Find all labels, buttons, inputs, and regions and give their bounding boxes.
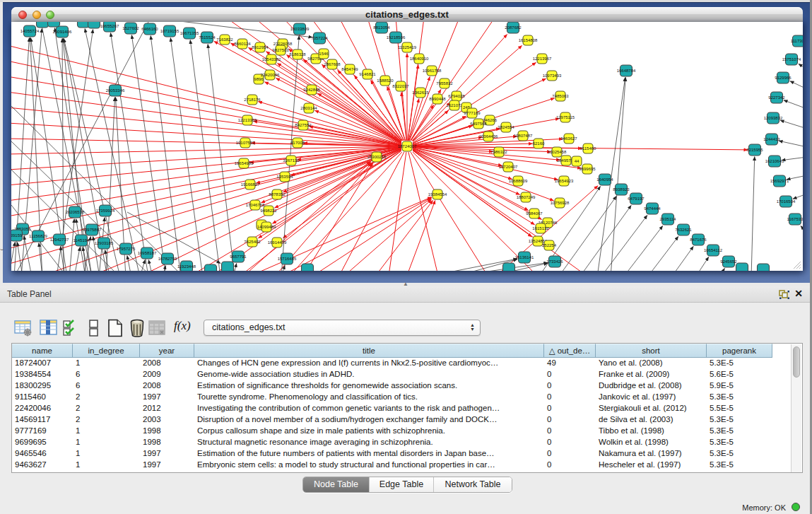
table-cell: Estimation of the future numbers of pati… bbox=[194, 448, 544, 460]
table-row[interactable]: 977716911998Corpus callosum shape and si… bbox=[12, 426, 772, 437]
screen: citations_edges.txt 14055724200914061065… bbox=[0, 0, 812, 514]
table-row[interactable]: 2242004622012Investigating the contribut… bbox=[12, 403, 772, 414]
graph-node[interactable] bbox=[302, 264, 314, 271]
graph-node-label: 8660124 bbox=[234, 42, 251, 46]
graph-node[interactable] bbox=[88, 22, 100, 28]
merge-rows-icon[interactable] bbox=[85, 319, 103, 337]
table-cell: Corpus callosum shape and size in male p… bbox=[194, 426, 544, 437]
table-row[interactable]: 1830029562008Estimation of significance … bbox=[12, 380, 772, 392]
network-canvas[interactable]: 1405572420091406106552671527602646616010… bbox=[11, 22, 803, 271]
graph-node[interactable] bbox=[48, 22, 60, 27]
graph-edge bbox=[408, 65, 418, 141]
graph-edge bbox=[793, 194, 803, 199]
graph-edge bbox=[411, 152, 488, 271]
column-header-year[interactable]: year bbox=[140, 344, 194, 358]
graph-node-label: 12093832 bbox=[764, 116, 783, 120]
graph-node-label: 12213967 bbox=[533, 57, 552, 61]
table-cell: de Silva et al. (2003) bbox=[596, 414, 707, 426]
resize-grip-icon[interactable] bbox=[793, 261, 801, 269]
table-cell: 9777169 bbox=[12, 426, 73, 437]
graph-node[interactable] bbox=[205, 264, 217, 271]
graph-node-label: 16648784 bbox=[617, 69, 636, 73]
table-settings-icon[interactable] bbox=[14, 319, 33, 337]
graph-edge bbox=[406, 201, 435, 271]
network-window-frame: citations_edges.txt 14055724200914061065… bbox=[3, 2, 810, 283]
graph-node[interactable] bbox=[736, 263, 748, 271]
graph-node-label: 1244413 bbox=[763, 137, 780, 141]
graph-node-label: 14099489 bbox=[257, 225, 276, 229]
graph-node-label: 93975867 bbox=[83, 228, 102, 232]
graph-node-label: 8471676 bbox=[690, 238, 707, 242]
graph-node[interactable] bbox=[222, 262, 234, 271]
window-titlebar[interactable]: citations_edges.txt bbox=[11, 7, 803, 23]
table-cell: Embryonic stem cells: a model to study s… bbox=[194, 460, 544, 471]
column-header-pagerank[interactable]: pagerank bbox=[707, 344, 772, 358]
table-cell: 0 bbox=[544, 448, 596, 460]
graph-node-label: 16914479 bbox=[268, 240, 287, 245]
table-scrollbar[interactable] bbox=[791, 344, 801, 472]
graph-node-label: 19166827 bbox=[241, 182, 260, 187]
tab-network-table[interactable]: Network Table bbox=[433, 477, 512, 492]
tab-node-table[interactable]: Node Table bbox=[303, 477, 369, 492]
table-cell: 0 bbox=[544, 460, 596, 471]
column-header-name[interactable]: name bbox=[12, 344, 73, 358]
table-cell: Genome-wide association studies in ADHD. bbox=[194, 369, 544, 380]
float-panel-icon[interactable] bbox=[779, 288, 790, 300]
column-header-out_de[interactable]: △ out_de… bbox=[544, 344, 596, 358]
table-scrollbar-thumb[interactable] bbox=[793, 346, 800, 378]
table-cell: 22420046 bbox=[12, 403, 73, 414]
tab-edge-table[interactable]: Edge Table bbox=[369, 477, 433, 492]
graph-node-label: 8990448 bbox=[429, 97, 446, 101]
graph-node[interactable] bbox=[758, 264, 770, 271]
graph-node-label: 17016504 bbox=[777, 199, 796, 204]
select-columns-icon[interactable] bbox=[40, 319, 58, 337]
table-cell: 1997 bbox=[140, 392, 194, 403]
graph-node-label: 8938923 bbox=[613, 187, 630, 192]
new-document-icon[interactable] bbox=[106, 319, 124, 337]
graph-edge bbox=[11, 147, 401, 216]
column-check-icon[interactable] bbox=[62, 319, 81, 337]
table-cell: Estimation of significance thresholds fo… bbox=[194, 380, 544, 392]
table-row[interactable]: 946554611997Estimation of the future num… bbox=[12, 448, 772, 460]
network-table-select[interactable]: citations_edges.txt ▲▼ bbox=[204, 320, 481, 336]
delete-icon[interactable] bbox=[128, 319, 146, 337]
graph-edge bbox=[790, 81, 803, 89]
close-panel-icon[interactable]: ✕ bbox=[794, 288, 804, 299]
node-table: namein_degreeyeartitle△ out_de…shortpage… bbox=[11, 343, 803, 473]
table-cell: 5.3E-5 bbox=[707, 426, 772, 437]
function-icon[interactable]: f(x) bbox=[174, 319, 195, 337]
graph-edge bbox=[11, 148, 401, 249]
table-cell: 9463627 bbox=[12, 460, 73, 471]
import-table-disabled-icon[interactable] bbox=[148, 319, 167, 337]
table-row[interactable]: 946362711997Embryonic stem cells: a mode… bbox=[12, 460, 772, 471]
graph-edge bbox=[558, 197, 616, 271]
graph-node[interactable] bbox=[37, 22, 49, 28]
graph-node-label: 9699695 bbox=[579, 167, 596, 171]
graph-node-label: 9463627 bbox=[560, 136, 577, 141]
table-row[interactable]: 969969511998Structural magnetic resonanc… bbox=[12, 437, 772, 448]
graph-node-label: 12903185 bbox=[95, 241, 114, 245]
table-cell: 1 bbox=[73, 437, 140, 448]
table-row[interactable]: 1938455462009Genome-wide association stu… bbox=[12, 369, 772, 380]
graph-node[interactable] bbox=[503, 263, 515, 271]
table-row[interactable]: 1872400712008Changes of HCN gene express… bbox=[12, 358, 772, 369]
desktop-corner-mark: ⌣ bbox=[0, 245, 5, 252]
column-header-title[interactable]: title bbox=[194, 344, 544, 358]
graph-edge bbox=[279, 197, 432, 271]
graph-node-label: 15720407 bbox=[499, 165, 518, 169]
table-row[interactable]: 911546021997Tourette syndrome. Phenomeno… bbox=[12, 392, 772, 403]
table-cell: 49 bbox=[544, 358, 596, 369]
graph-node-label: 9129966 bbox=[775, 76, 792, 80]
column-header-short[interactable]: short bbox=[596, 344, 707, 358]
column-header-in_degree[interactable]: in_degree bbox=[73, 344, 140, 358]
graph-edge bbox=[413, 148, 558, 180]
graph-edge bbox=[170, 38, 203, 271]
graph-node-label: 14055724 bbox=[20, 29, 40, 33]
graph-node-label: 8813054 bbox=[373, 25, 390, 30]
graph-node-label: 18807249 bbox=[517, 195, 536, 199]
window-title: citations_edges.txt bbox=[11, 9, 803, 20]
table-row[interactable]: 1456911722003Disruption of a novel membe… bbox=[12, 414, 772, 426]
graph-node-label: 8186328 bbox=[289, 52, 306, 57]
status-bar: Memory: OK bbox=[0, 498, 810, 514]
graph-node-label: 44 bbox=[575, 159, 579, 163]
